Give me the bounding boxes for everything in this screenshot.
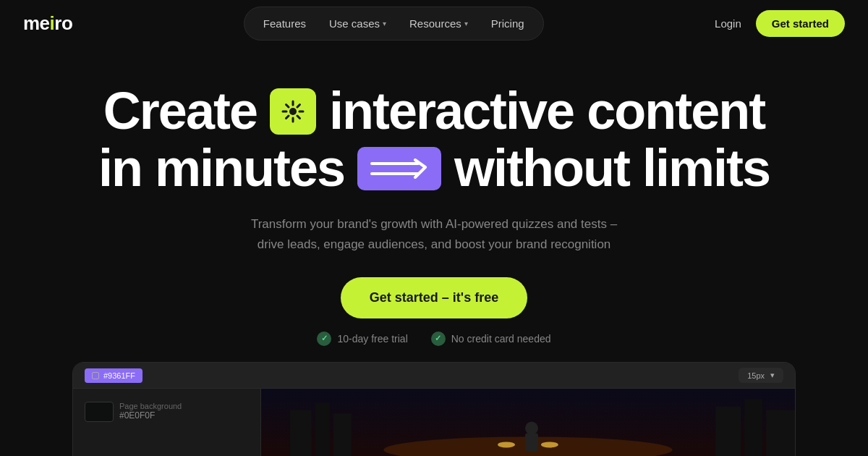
chevron-down-icon: ▾ [383,20,386,28]
preview-sidebar: Page background #0E0F0F [73,389,261,456]
svg-point-0 [289,108,297,115]
app-preview: #9361FF 15px ▾ Page background #0E0F0F [72,362,796,456]
trust-no-card: ✓ No credit card needed [431,332,551,346]
chevron-down-icon: ▾ [770,371,775,380]
preview-content: Page background #0E0F0F [73,389,795,456]
svg-rect-6 [333,414,352,456]
bg-value: #0E0F0F [119,410,182,421]
svg-rect-8 [744,400,762,456]
color-dot [92,372,99,379]
car-scene-bg [261,389,795,456]
svg-rect-9 [766,410,795,456]
svg-rect-1 [370,162,420,165]
arrow-icon-badge [357,147,441,190]
interactive-icon-badge [270,88,316,135]
bg-color-block [85,402,114,422]
chevron-down-icon: ▾ [464,20,468,28]
nav-pricing[interactable]: Pricing [481,13,535,34]
svg-rect-14 [525,433,538,451]
color-chip: #9361FF [85,368,142,383]
logo[interactable]: meiro [23,12,72,35]
svg-rect-4 [290,410,312,456]
trust-trial: ✓ 10-day free trial [317,332,407,346]
hero-title: Create interactive content in minutes wi… [0,83,868,197]
preview-canvas [261,389,795,456]
login-button[interactable]: Login [715,17,741,30]
nav-features[interactable]: Features [253,13,316,34]
check-icon: ✓ [431,332,446,346]
trust-badges: ✓ 10-day free trial ✓ No credit card nee… [0,332,868,346]
navbar: meiro Features Use cases ▾ Resources ▾ P… [0,0,868,46]
check-icon: ✓ [317,332,331,346]
svg-rect-7 [715,407,741,456]
svg-point-13 [525,422,538,435]
hero-subtitle: Transform your brand's growth with AI-po… [239,214,629,253]
svg-point-11 [498,442,515,447]
svg-rect-5 [315,403,330,456]
nav-actions: Login Get started [715,10,845,37]
px-control: 15px ▾ [739,368,783,383]
svg-point-12 [541,442,558,447]
hero-cta-button[interactable]: Get started – it's free [341,277,527,318]
nav-use-cases[interactable]: Use cases ▾ [319,13,396,34]
nav-resources[interactable]: Resources ▾ [399,13,478,34]
get-started-nav-button[interactable]: Get started [756,10,845,37]
svg-rect-2 [370,172,420,175]
bg-label: Page background [119,402,182,410]
hero-section: Create interactive content in minutes wi… [0,46,868,346]
nav-menu: Features Use cases ▾ Resources ▾ Pricing [244,7,544,41]
preview-toolbar: #9361FF 15px ▾ [73,363,795,389]
